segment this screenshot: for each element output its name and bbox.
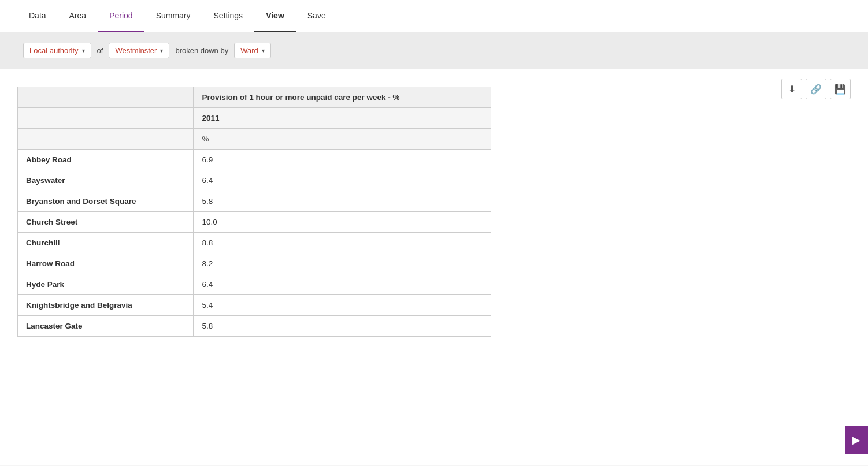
row-value: 8.8 (194, 233, 491, 253)
purple-btn-icon: ▶ (852, 434, 860, 446)
row-area-name: Hyde Park (18, 274, 194, 295)
main-content: ⬇ 🔗 💾 Provision of 1 hour or more unpaid… (0, 69, 868, 465)
column-header: Provision of 1 hour or more unpaid care … (194, 87, 491, 108)
tab-settings[interactable]: Settings (202, 1, 255, 32)
row-area-name: Bryanston and Dorset Square (18, 191, 194, 212)
top-navigation: Data Area Period Summary Settings View S… (0, 0, 868, 32)
tab-view[interactable]: View (254, 1, 296, 32)
unit-header: % (194, 129, 491, 150)
row-value: 6.4 (194, 274, 491, 295)
row-value: 6.9 (194, 150, 491, 170)
table-row: Bryanston and Dorset Square5.8 (18, 191, 491, 212)
toolbar: ⬇ 🔗 💾 (781, 79, 851, 99)
row-area-name: Churchill (18, 233, 194, 253)
purple-action-button[interactable]: ▶ (845, 426, 868, 454)
row-value: 6.4 (194, 170, 491, 191)
area-value-arrow-icon: ▾ (160, 47, 163, 54)
row-area-name: Bayswater (18, 170, 194, 191)
table-row: Abbey Road6.9 (18, 150, 491, 170)
tab-data[interactable]: Data (17, 1, 58, 32)
row-area-name: Lancaster Gate (18, 316, 194, 337)
tab-area[interactable]: Area (58, 1, 98, 32)
row-value: 5.8 (194, 316, 491, 337)
filter-bar: Local authority ▾ of Westminster ▾ broke… (0, 32, 868, 69)
area-value-label: Westminster (115, 46, 157, 55)
download-button[interactable]: ⬇ (781, 79, 802, 99)
row-area-name: Abbey Road (18, 150, 194, 170)
area-type-arrow-icon: ▾ (82, 47, 85, 54)
tab-save[interactable]: Save (296, 1, 337, 32)
corner-cell-2 (18, 108, 194, 129)
row-area-name: Knightsbridge and Belgravia (18, 295, 194, 316)
area-type-label: Local authority (29, 46, 79, 55)
tab-summary[interactable]: Summary (144, 1, 202, 32)
link-icon: 🔗 (810, 84, 822, 95)
area-type-select[interactable]: Local authority ▾ (23, 43, 91, 58)
table-row: Knightsbridge and Belgravia5.4 (18, 295, 491, 316)
of-label: of (97, 46, 103, 55)
table-row: Bayswater6.4 (18, 170, 491, 191)
area-value-select[interactable]: Westminster ▾ (109, 43, 169, 58)
save-icon: 💾 (834, 84, 846, 95)
row-area-name: Harrow Road (18, 253, 194, 274)
breakdown-arrow-icon: ▾ (262, 47, 265, 54)
table-row: Church Street10.0 (18, 212, 491, 233)
corner-cell-3 (18, 129, 194, 150)
breakdown-value-label: Ward (240, 46, 258, 55)
year-header: 2011 (194, 108, 491, 129)
link-button[interactable]: 🔗 (806, 79, 826, 99)
table-row: Harrow Road8.2 (18, 253, 491, 274)
data-table-wrapper: Provision of 1 hour or more unpaid care … (17, 87, 491, 337)
row-value: 5.8 (194, 191, 491, 212)
row-area-name: Church Street (18, 212, 194, 233)
corner-cell (18, 87, 194, 108)
broken-down-by-label: broken down by (175, 46, 228, 55)
row-value: 8.2 (194, 253, 491, 274)
data-table: Provision of 1 hour or more unpaid care … (17, 87, 491, 337)
table-row: Hyde Park6.4 (18, 274, 491, 295)
row-value: 5.4 (194, 295, 491, 316)
save-button[interactable]: 💾 (830, 79, 851, 99)
tab-period[interactable]: Period (98, 1, 144, 32)
table-row: Churchill8.8 (18, 233, 491, 253)
breakdown-select[interactable]: Ward ▾ (234, 43, 271, 58)
row-value: 10.0 (194, 212, 491, 233)
download-icon: ⬇ (788, 84, 796, 95)
table-row: Lancaster Gate5.8 (18, 316, 491, 337)
